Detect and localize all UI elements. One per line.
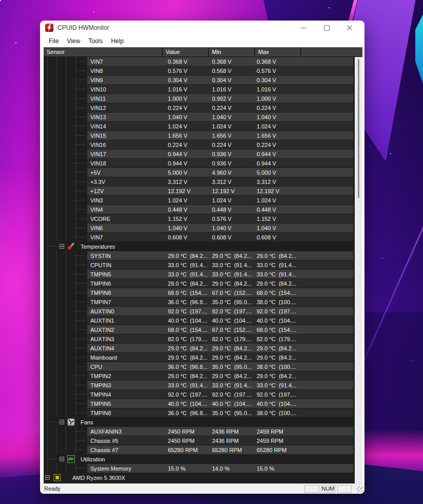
column-divider[interactable]: [208, 47, 209, 57]
tree-guide: [75, 223, 76, 233]
tree-guide: [75, 464, 76, 473]
table-row[interactable]: VIN111.000 V0.992 V1.000 V: [44, 94, 353, 103]
table-row[interactable]: VIN61.040 V1.040 V1.040 V: [44, 223, 353, 233]
table-row[interactable]: TMPIN736.0 °C (96.8...35.0 °C (95.0...38…: [44, 297, 353, 307]
status-pane-num: NUM: [321, 485, 335, 493]
collapse-toggle[interactable]: [60, 457, 64, 461]
section-row[interactable]: AMD Ryzen 5 3600X: [44, 473, 353, 482]
sensor-max: 68.0 °C (154....: [257, 290, 296, 296]
table-row[interactable]: AUXFANIN32450 RPM2436 RPM2459 RPM: [44, 427, 353, 436]
collapse-toggle[interactable]: [45, 475, 50, 480]
table-row[interactable]: VIN120.224 V0.224 V0.224 V: [44, 103, 353, 113]
row-band: VIN160.224 V0.224 V0.224 V: [87, 140, 353, 149]
sensor-label: TMPIN5: [90, 271, 111, 277]
maximize-button[interactable]: [315, 21, 338, 35]
table-row[interactable]: VIN80.576 V0.568 V0.576 V: [44, 66, 353, 76]
table-row[interactable]: AUXTIN092.0 °C (197....92.0 °C (197....9…: [44, 307, 353, 316]
section-row[interactable]: Utilization: [44, 455, 353, 464]
sensor-label: VIN4: [90, 207, 103, 213]
title-bar[interactable]: CPUID HWMonitor: [40, 21, 364, 35]
menu-help[interactable]: Help: [107, 36, 128, 46]
menu-tools[interactable]: Tools: [84, 36, 107, 46]
sensor-max: 29.0 °C (84.2...: [257, 253, 296, 259]
table-row[interactable]: TMPIN836.0 °C (96.8...35.0 °C (95.0...38…: [44, 408, 353, 418]
table-row[interactable]: VIN151.656 V1.656 V1.656 V: [44, 131, 353, 140]
table-row[interactable]: VIN160.224 V0.224 V0.224 V: [44, 140, 353, 150]
column-divider[interactable]: [300, 47, 301, 57]
table-row[interactable]: AUXTIN429.0 °C (84.2...29.0 °C (84.2...2…: [44, 344, 353, 353]
table-row[interactable]: System Memory15.0 %14.0 %15.0 %: [44, 464, 353, 473]
table-row[interactable]: Chassis #52450 RPM2436 RPM2459 RPM: [44, 436, 353, 445]
table-row[interactable]: VIN70.608 V0.608 V0.608 V: [44, 233, 353, 242]
vertical-scrollbar[interactable]: [355, 57, 362, 483]
table-row[interactable]: TMPIN629.0 °C (84.2...29.0 °C (84.2...29…: [44, 279, 353, 288]
sensor-value: 29.0 °C (84.2...: [168, 354, 207, 361]
table-row[interactable]: TMPIN229.0 °C (84.2...29.0 °C (84.2...29…: [44, 371, 353, 381]
table-row[interactable]: TMPIN533.0 °C (91.4...33.0 °C (91.4...33…: [44, 270, 353, 279]
close-button[interactable]: [338, 21, 361, 35]
table-row[interactable]: Mainboard29.0 °C (84.2...29.0 °C (84.2..…: [44, 353, 353, 362]
column-header-min[interactable]: Min: [212, 49, 221, 55]
table-row[interactable]: SYSTIN29.0 °C (84.2...29.0 °C (84.2...29…: [44, 251, 353, 260]
menu-file[interactable]: File: [45, 36, 63, 46]
table-row[interactable]: VIN101.016 V1.016 V1.016 V: [44, 85, 353, 94]
table-row[interactable]: VCORE1.152 V0.576 V1.152 V: [44, 214, 353, 223]
tree-guide: [56, 168, 57, 177]
table-row[interactable]: AUXTIN382.0 °C (179....82.0 °C (179....8…: [44, 334, 353, 344]
table-row[interactable]: VIN90.304 V0.304 V0.304 V: [44, 76, 353, 85]
tree-guide: [66, 186, 66, 196]
column-divider[interactable]: [162, 47, 163, 57]
table-row[interactable]: CPU36.0 °C (96.8...35.0 °C (95.0...38.0 …: [44, 362, 353, 371]
tree-guide: [47, 418, 48, 427]
tree-guide: [56, 464, 57, 473]
table-row[interactable]: VIN31.024 V1.024 V1.024 V: [44, 196, 353, 205]
tree-guide: [75, 144, 86, 145]
table-row[interactable]: VIN131.040 V1.040 V1.040 V: [44, 113, 353, 122]
table-row[interactable]: +5V5.000 V4.960 V5.000 V: [44, 168, 353, 177]
sensor-min: 40.0 °C (104....: [212, 318, 252, 324]
tree-guide: [66, 390, 66, 399]
sensor-min: 2436 RPM: [212, 438, 239, 444]
tree-guide: [47, 66, 48, 76]
tree-guide: [47, 122, 48, 131]
sensor-value: 68.0 °C (154....: [168, 290, 207, 296]
table-row[interactable]: VIN40.448 V0.448 V0.448 V: [44, 205, 353, 214]
table-row[interactable]: TMPIN333.0 °C (91.4...33.0 °C (91.4...33…: [44, 381, 353, 390]
table-row[interactable]: TMPIN868.0 °C (154....67.0 °C (152....68…: [44, 288, 353, 297]
scrollbar-thumb[interactable]: [358, 59, 359, 198]
table-row[interactable]: +3.3V3.312 V3.312 V3.312 V: [44, 177, 353, 186]
table-row[interactable]: CPUTIN33.0 °C (91.4...33.0 °C (91.4...33…: [44, 260, 353, 270]
row-band: VIN170.944 V0.936 V0.944 V: [87, 150, 353, 158]
row-band: AUXFANIN32450 RPM2436 RPM2459 RPM: [87, 427, 353, 436]
row-band: VIN141.024 V1.024 V1.024 V: [87, 122, 353, 130]
sensor-min: 82.0 °C (179....: [212, 336, 252, 342]
tree-guide: [47, 270, 48, 279]
table-row[interactable]: TMPIN540.0 °C (104....40.0 °C (104....40…: [44, 399, 353, 408]
table-row[interactable]: VIN170.944 V0.936 V0.944 V: [44, 150, 353, 159]
table-row[interactable]: +12V12.192 V12.192 V12.192 V: [44, 186, 353, 196]
section-row[interactable]: Temperatures: [44, 242, 353, 251]
tree-guide: [75, 94, 76, 103]
column-header-sensor[interactable]: Sensor: [47, 49, 65, 55]
sensor-min: 0.224 V: [212, 142, 232, 148]
table-row[interactable]: VIN70.368 V0.368 V0.368 V: [44, 57, 353, 66]
table-row[interactable]: Chassis #765280 RPM65280 RPM65280 RPM: [44, 445, 353, 455]
sensor-max: 29.0 °C (84.2...: [257, 373, 296, 379]
minimize-button[interactable]: [292, 21, 315, 35]
table-row[interactable]: VIN141.024 V1.024 V1.024 V: [44, 122, 353, 131]
table-row[interactable]: AUXTIN140.0 °C (104....40.0 °C (104....4…: [44, 316, 353, 325]
minus-icon: [61, 246, 63, 247]
column-divider[interactable]: [254, 47, 255, 57]
resize-grip-icon[interactable]: [357, 486, 363, 492]
collapse-toggle[interactable]: [60, 244, 64, 249]
section-row[interactable]: Fans: [44, 418, 353, 427]
column-header-max[interactable]: Max: [258, 49, 269, 55]
menu-view[interactable]: View: [63, 36, 84, 46]
table-row[interactable]: VIN180.944 V0.936 V0.944 V: [44, 159, 353, 168]
thermometer-icon: [67, 242, 75, 250]
column-header-value[interactable]: Value: [166, 49, 180, 55]
table-row[interactable]: TMPIN492.0 °C (197....92.0 °C (197....92…: [44, 390, 353, 399]
table-row[interactable]: AUXTIN268.0 °C (154....67.0 °C (152....6…: [44, 325, 353, 334]
collapse-toggle[interactable]: [60, 420, 64, 424]
row-band: TMPIN540.0 °C (104....40.0 °C (104....40…: [87, 399, 353, 408]
